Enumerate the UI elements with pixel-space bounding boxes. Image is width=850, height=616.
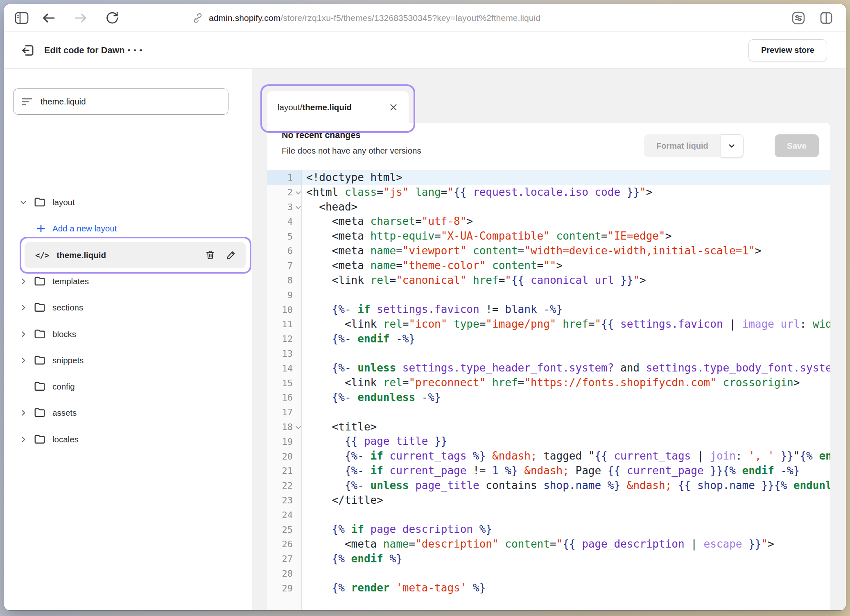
code-line[interactable]: <meta http-equiv="X-UA-Compatible" conte… xyxy=(302,229,830,244)
code-line[interactable]: <head> xyxy=(302,200,830,215)
status-title: No recent changes xyxy=(282,130,360,140)
sidebar-item-config[interactable]: config xyxy=(4,377,252,396)
code-line[interactable] xyxy=(302,507,830,522)
code-line[interactable] xyxy=(302,405,830,420)
gutter-line-number: 27 xyxy=(267,552,301,566)
code-editor[interactable]: 1234567891011121314151617181920212223242… xyxy=(267,170,830,610)
sidebar-item-label: theme.liquid xyxy=(57,250,106,260)
chevron-right-icon[interactable] xyxy=(19,329,29,339)
exit-editor-icon[interactable] xyxy=(20,43,35,58)
file-search-box[interactable] xyxy=(13,88,228,115)
sidebar-item-label: locales xyxy=(52,435,79,444)
gutter-line-number: 28 xyxy=(267,566,301,581)
code-line[interactable]: {%- unless page_title contains shop.name… xyxy=(302,478,830,493)
browser-window: admin.shopify.com/store/rzq1xu-f5/themes… xyxy=(4,4,846,610)
sidebar-toggle-icon[interactable] xyxy=(15,12,29,24)
fold-toggle-icon[interactable] xyxy=(296,424,301,429)
format-options-button[interactable] xyxy=(721,134,744,157)
sidebar-item-layout[interactable]: layout xyxy=(4,192,252,212)
preview-store-button[interactable]: Preview store xyxy=(748,39,827,61)
gutter-line-number: 12 xyxy=(267,332,301,346)
chevron-right-icon[interactable] xyxy=(19,303,29,313)
fold-toggle-icon[interactable] xyxy=(296,204,301,209)
chevron-right-icon[interactable] xyxy=(19,435,29,444)
page-title: Edit code for Dawn xyxy=(44,45,125,55)
code-line[interactable]: <link rel="icon" type="image/png" href="… xyxy=(302,317,830,332)
code-line[interactable]: <!doctype html> xyxy=(302,170,830,185)
code-line[interactable]: <link rel="canonical" href="{{ canonical… xyxy=(302,273,830,288)
more-actions-icon[interactable] xyxy=(128,49,142,52)
sidebar-item-snippets[interactable]: snippets xyxy=(4,351,252,370)
address-bar[interactable]: admin.shopify.com/store/rzq1xu-f5/themes… xyxy=(209,13,540,23)
code-line[interactable]: {%- unless settings.type_header_font.sys… xyxy=(302,361,830,376)
code-line[interactable]: <html class="js" lang="{{ request.locale… xyxy=(302,185,830,200)
folder-icon xyxy=(34,275,46,288)
code-line[interactable]: {% render 'meta-tags' %} xyxy=(302,581,830,596)
sidebar-item-sections[interactable]: sections xyxy=(4,298,252,317)
link-icon xyxy=(192,13,203,23)
code-line[interactable]: <meta name="viewport" content="width=dev… xyxy=(302,244,830,258)
chevron-right-icon[interactable] xyxy=(19,276,29,286)
folder-icon xyxy=(34,301,46,314)
url-path: /store/rzq1xu-f5/themes/132683530345?key… xyxy=(280,13,540,23)
status-subtitle: File does not have any other versions xyxy=(282,146,421,156)
back-icon[interactable] xyxy=(42,12,56,24)
file-tree: layoutAdd a new layout</>theme.liquidtem… xyxy=(4,118,252,610)
sidebar-item-label: templates xyxy=(52,276,89,286)
plus-icon xyxy=(36,224,46,233)
gutter-line-number: 17 xyxy=(267,405,301,420)
code-line[interactable]: {%- endunless -%} xyxy=(302,390,830,405)
code-line[interactable]: {%- if current_page != 1 %} &ndash; Page… xyxy=(302,464,830,478)
browser-settings-icon[interactable] xyxy=(791,11,806,25)
pencil-icon[interactable] xyxy=(226,249,237,260)
code-line[interactable]: {% endif %} xyxy=(302,552,830,566)
code-line[interactable]: <title> xyxy=(302,420,830,435)
format-liquid-button[interactable]: Format liquid xyxy=(644,134,721,157)
file-search-input[interactable] xyxy=(41,97,221,106)
gutter-line-number: 16 xyxy=(267,390,301,405)
code-line[interactable] xyxy=(302,288,830,302)
sidebar-item-assets[interactable]: assets xyxy=(4,403,252,423)
gutter-line-number: 1 xyxy=(267,170,301,185)
code-line[interactable]: {% if page_description %} xyxy=(302,522,830,537)
gutter-line-number: 23 xyxy=(267,493,301,508)
gutter-line-number: 3 xyxy=(267,200,301,215)
filter-icon xyxy=(21,96,33,107)
code-line[interactable] xyxy=(302,346,830,361)
split-view-icon[interactable] xyxy=(819,11,834,25)
code-line[interactable]: </title> xyxy=(302,493,830,508)
reload-icon[interactable] xyxy=(106,11,119,25)
sidebar-item-templates[interactable]: templates xyxy=(4,272,252,291)
code-line[interactable]: {%- if settings.favicon != blank -%} xyxy=(302,302,830,317)
url-domain: admin.shopify.com xyxy=(209,13,280,23)
fold-toggle-icon[interactable] xyxy=(296,189,301,195)
code-line[interactable]: {{ page_title }} xyxy=(302,434,830,449)
toolbar-divider xyxy=(761,123,761,170)
code-line[interactable]: <meta name="theme-color" content=""> xyxy=(302,258,830,273)
chevron-down-icon xyxy=(727,141,736,150)
sidebar-item-add-a-new-layout[interactable]: Add a new layout xyxy=(4,219,252,238)
code-line[interactable]: <link rel="preconnect" href="https://fon… xyxy=(302,376,830,390)
code-line[interactable] xyxy=(302,566,830,581)
code-line[interactable]: <meta charset="utf-8"> xyxy=(302,214,830,229)
chevron-down-icon[interactable] xyxy=(19,197,29,207)
save-button[interactable]: Save xyxy=(775,134,819,157)
sidebar-item-theme-liquid[interactable]: </>theme.liquid xyxy=(25,242,246,268)
chevron-right-icon[interactable] xyxy=(19,356,29,365)
gutter-line-number: 14 xyxy=(267,361,301,376)
code-file-icon: </> xyxy=(35,251,49,260)
code-lines[interactable]: <!doctype html><html class="js" lang="{{… xyxy=(302,170,830,610)
close-icon[interactable] xyxy=(389,103,398,112)
code-line[interactable]: <meta name="description" content="{{ pag… xyxy=(302,537,830,552)
gutter-line-number: 18 xyxy=(267,420,301,435)
sidebar-item-locales[interactable]: locales xyxy=(4,430,252,449)
code-line[interactable]: {%- endif -%} xyxy=(302,332,830,346)
forward-icon[interactable] xyxy=(74,12,88,24)
trash-icon[interactable] xyxy=(205,249,216,260)
editor-toolbar: No recent changes File does not have any… xyxy=(267,123,830,170)
gutter-line-number: 4 xyxy=(267,214,301,229)
tab-theme-liquid[interactable]: layout/theme.liquid xyxy=(267,91,409,124)
code-line[interactable]: {%- if current_tags %} &ndash; tagged "{… xyxy=(302,449,830,464)
sidebar-item-blocks[interactable]: blocks xyxy=(4,324,252,344)
chevron-right-icon[interactable] xyxy=(19,408,29,418)
